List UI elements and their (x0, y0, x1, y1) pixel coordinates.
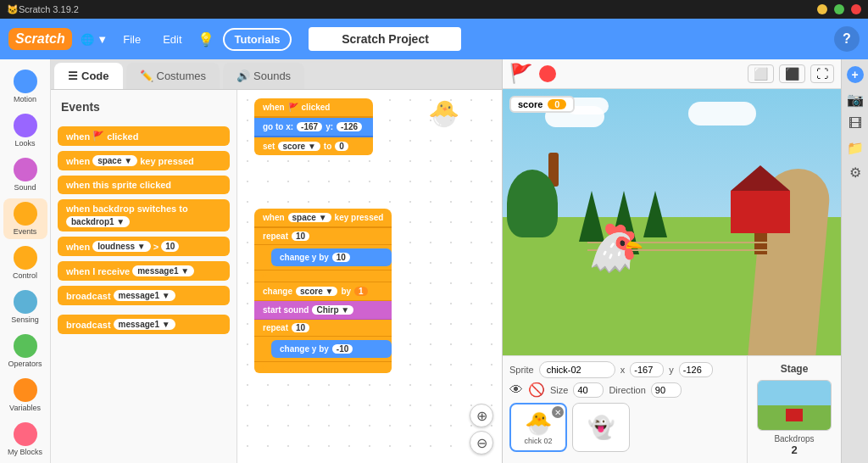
sprite-name-input[interactable] (539, 361, 615, 378)
category-sensing[interactable]: Sensing (3, 287, 47, 327)
x-val: -167 (297, 122, 322, 131)
events-label: Events (14, 227, 37, 236)
tab-code[interactable]: ☰ Code (54, 63, 123, 89)
block-change-y-10[interactable]: change y by 10 (271, 248, 392, 266)
help-btn[interactable]: ? (834, 26, 860, 52)
space-drop[interactable]: space ▼ (288, 213, 331, 222)
category-motion[interactable]: Motion (3, 66, 47, 107)
show-btn[interactable]: 👁 (509, 382, 523, 398)
video-btn[interactable]: 🎞 (849, 116, 862, 131)
block-when-loudness[interactable]: when loudness ▼ > 10 (58, 237, 230, 256)
key-dropdown[interactable]: space ▼ (92, 155, 137, 166)
backdrop-dropdown[interactable]: backdrop1 ▼ (66, 216, 130, 227)
language-btn[interactable]: 🌐 ▼ (81, 33, 108, 46)
folder-btn[interactable]: 📁 (847, 140, 864, 156)
block-space-key[interactable]: when space ▼ key pressed (254, 209, 392, 228)
direction-label: Direction (609, 385, 645, 395)
block-repeat-10[interactable]: repeat 10 (254, 228, 392, 245)
size-input[interactable] (573, 382, 604, 398)
category-events[interactable]: Events (3, 198, 47, 239)
tree (528, 153, 579, 254)
code-tab-label: Code (81, 70, 109, 82)
score-zero: 0 (335, 142, 348, 151)
sound-label: Sound (14, 183, 36, 192)
block-change-score[interactable]: change score ▼ by 1 (254, 282, 392, 301)
block-start-sound[interactable]: start sound Chirp ▼ (254, 301, 392, 320)
fullscreen2-btn[interactable]: ⛶ (810, 64, 834, 83)
hide-btn[interactable]: 🚫 (528, 382, 545, 398)
category-myblocks[interactable]: My Blocks (3, 419, 47, 460)
category-variables[interactable]: Variables (3, 375, 47, 416)
direction-input[interactable] (651, 382, 682, 398)
block-change-y-neg10[interactable]: change y by -10 (271, 340, 392, 358)
stage-large-btn[interactable]: ⬛ (779, 64, 805, 83)
camera-btn[interactable]: 📷 (847, 92, 864, 108)
sprite-list: ✕ 🐣 chick 02 👻 (509, 403, 740, 452)
score-drop[interactable]: score ▼ (278, 142, 320, 151)
sprite-y-input[interactable] (679, 362, 713, 377)
project-title[interactable]: Scratch Project (309, 27, 461, 51)
block-text: when this sprite clicked (66, 180, 171, 190)
sprite-delete-btn[interactable]: ✕ (552, 406, 564, 418)
sprite-thumb-ghost[interactable]: 👻 (572, 403, 630, 452)
block-when-backdrop[interactable]: when backdrop switches to backdrop1 ▼ (58, 199, 230, 232)
goto-text: go to x: (263, 122, 293, 131)
chick-emoji: 🐣 (525, 410, 552, 437)
change-y2-text: change y by (280, 344, 329, 354)
zoom-out-btn[interactable]: ⊖ (470, 431, 493, 455)
close-btn[interactable] (851, 4, 861, 14)
backdrops-label: Backdrops (774, 434, 814, 443)
category-sound[interactable]: Sound (3, 154, 47, 195)
block-when-key-pressed[interactable]: when space ▼ key pressed (58, 151, 230, 170)
costumes-tab-label: Costumes (157, 70, 207, 82)
block-when-flag-clicked[interactable]: when 🚩 clicked (58, 126, 230, 146)
score-label: score (518, 99, 542, 109)
block-broadcast[interactable]: broadcast message1 ▼ (58, 286, 230, 305)
stage-thumbnail[interactable] (757, 380, 832, 431)
block-when-sprite-clicked[interactable]: when this sprite clicked (58, 176, 230, 194)
sprite-x-input[interactable] (630, 362, 664, 377)
repeat2-body: change y by -10 (254, 337, 392, 362)
stop-btn[interactable] (539, 65, 556, 82)
sound-drop[interactable]: Chirp ▼ (312, 305, 353, 315)
sprite-props-row: 👁 🚫 Size Direction (509, 382, 740, 398)
script-canvas[interactable]: when 🚩 clicked go to x: -167 y: -126 set… (237, 90, 502, 463)
tab-costumes[interactable]: ✏️ Costumes (126, 63, 220, 89)
variables-dot (14, 378, 37, 402)
repeat-body: change y by 10 (254, 245, 392, 271)
category-operators[interactable]: Operators (3, 331, 47, 371)
block-repeat-10-2[interactable]: repeat 10 (254, 320, 392, 337)
repeat-text: repeat (263, 232, 288, 241)
block-flag-clicked-1[interactable]: when 🚩 clicked (254, 98, 373, 118)
add-btn[interactable]: + (847, 66, 864, 83)
minimize-btn[interactable] (817, 4, 827, 14)
backdrops-count: 2 (791, 443, 797, 456)
lightbulb-btn[interactable]: 💡 (198, 31, 214, 47)
category-looks[interactable]: Looks (3, 110, 47, 151)
edit-menu-btn[interactable]: Edit (156, 30, 188, 49)
script-group-1: when 🚩 clicked go to x: -167 y: -126 set… (254, 98, 373, 155)
tutorials-btn[interactable]: Tutorials (223, 28, 292, 51)
sensing-label: Sensing (11, 315, 39, 324)
message-dropdown[interactable]: message1 ▼ (132, 265, 194, 276)
block-text: > (153, 242, 159, 252)
fullscreen-btn[interactable]: ⬜ (748, 64, 774, 83)
file-menu-btn[interactable]: File (116, 30, 147, 49)
score-badge: score 0 (509, 96, 575, 113)
change-y-text: change y by (280, 253, 329, 262)
sprite-thumb-chick[interactable]: ✕ 🐣 chick 02 (509, 403, 567, 452)
block-broadcast2[interactable]: broadcast message1 ▼ (58, 315, 230, 334)
tab-sounds[interactable]: 🔊 Sounds (223, 63, 304, 89)
green-flag-btn[interactable]: 🚩 (509, 63, 532, 85)
zoom-in-btn[interactable]: ⊕ (470, 404, 493, 427)
block-when-receive[interactable]: when I receive message1 ▼ (58, 261, 230, 281)
broadcast2-dropdown[interactable]: message1 ▼ (114, 319, 175, 330)
category-control[interactable]: Control (3, 243, 47, 283)
broadcast-dropdown[interactable]: message1 ▼ (114, 290, 175, 301)
block-set-score[interactable]: set score ▼ to 0 (254, 137, 373, 155)
score-drop2[interactable]: score ▼ (296, 287, 337, 296)
maximize-btn[interactable] (834, 4, 844, 14)
sensor-dropdown[interactable]: loudness ▼ (92, 241, 151, 252)
gear-btn[interactable]: ⚙ (849, 165, 861, 181)
block-goto[interactable]: go to x: -167 y: -126 (254, 118, 373, 137)
